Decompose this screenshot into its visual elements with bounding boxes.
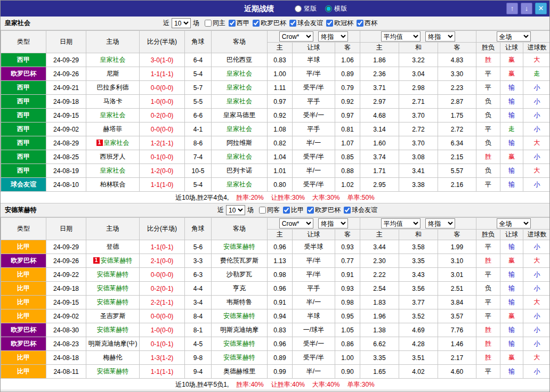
avg-draw-odds-cell: 3.77: [399, 296, 438, 309]
odds-source-select[interactable]: Crow*: [279, 31, 313, 42]
checkbox-input[interactable]: [283, 207, 290, 214]
handicap-away-odds-cell: 0.77: [335, 254, 360, 268]
league-cell: 西甲: [1, 81, 46, 95]
match-row: 比甲24-09-29登德1-1(0-1)5-6安德莱赫特0.96受半球0.933…: [1, 240, 550, 254]
match-row: 西甲24-09-29皇家社会3-0(1-0)6-4巴伦西亚0.83半球1.061…: [1, 53, 550, 67]
checkbox-input[interactable]: [289, 20, 296, 27]
checkbox-label: 比甲: [291, 206, 304, 215]
handicap-odds-group-header: Crow* 终指: [268, 218, 360, 230]
league-cell: 比甲: [1, 309, 46, 323]
near-label: 近: [217, 206, 224, 215]
handicap-away-odds-cell: 1.05: [335, 323, 360, 337]
close-button[interactable]: ✕: [535, 3, 547, 14]
league-cell: 西甲: [1, 95, 46, 109]
team-name-text: 皇家社会: [104, 139, 130, 146]
checkbox-input[interactable]: [253, 20, 260, 27]
move-up-button[interactable]: ↑: [506, 3, 518, 14]
radio-vertical[interactable]: 竖版: [295, 4, 317, 13]
handicap-result-cell: 输: [500, 164, 523, 178]
date-cell: 24-08-29: [46, 136, 86, 150]
avg-away-odds-cell: 3.10: [438, 254, 476, 268]
avg-odds-select[interactable]: 平均值: [381, 31, 420, 42]
home-team-cell: 安德莱赫特: [86, 268, 140, 282]
team-name-text: 马洛卡: [103, 97, 123, 105]
avg-home-odds-cell: 1.86: [360, 53, 399, 67]
full-match-select[interactable]: 全场: [497, 218, 531, 228]
team-name-text: 尼斯: [107, 70, 119, 77]
league-cell: 西甲: [1, 164, 46, 178]
games-unit-label: 场: [193, 19, 199, 28]
filter-bar: 近 10 场 同主西甲欧罗巴杯球会友谊欧冠杯西杯: [163, 18, 377, 28]
avg-odds-select[interactable]: 平均值: [381, 218, 420, 228]
subcol-handicap-result: 让球: [500, 230, 523, 240]
filter-checkbox-球会友谊[interactable]: 球会友谊: [344, 206, 377, 215]
goals-result-cell: 走: [523, 67, 550, 81]
avg-away-odds-cell: 7.76: [438, 323, 476, 337]
league-filter-checkboxes: 同客比甲欧罗巴杯球会友谊: [256, 206, 377, 215]
corner-cell: 5-7: [185, 81, 212, 95]
handicap-away-odds-cell: 1.00: [335, 351, 360, 365]
corner-cell: 3-4: [185, 296, 212, 309]
checkbox-input[interactable]: [307, 207, 314, 214]
team-name-text: 皇家社会: [100, 111, 126, 119]
radio-vertical-input[interactable]: [295, 5, 302, 12]
date-cell: 24-09-22: [46, 268, 86, 282]
match-row: 比甲24-09-15安德莱赫特2-2(1-1)3-4韦斯特鲁0.91半/一0.9…: [1, 296, 550, 309]
away-team-cell: 皇家社会: [212, 123, 268, 136]
home-team-cell: 西班牙人: [86, 150, 140, 164]
date-cell: 24-08-18: [46, 351, 86, 365]
checkbox-input[interactable]: [259, 207, 266, 214]
final-odds-select-2[interactable]: 终指: [425, 31, 455, 42]
date-cell: 24-09-26: [46, 254, 86, 268]
away-team-cell: 安德莱赫特: [212, 309, 268, 323]
away-team-cell: 奥德赫维里: [212, 365, 268, 379]
summary-stat: 单率:30%: [347, 381, 374, 388]
filter-checkbox-西甲[interactable]: 西甲: [229, 19, 249, 28]
page-title: 近期战绩: [1, 1, 517, 17]
summary-record: 近10场,胜2平4负4,: [175, 194, 229, 201]
filter-checkbox-欧罗巴杯[interactable]: 欧罗巴杯: [307, 206, 341, 215]
radio-horizontal[interactable]: 横版: [325, 4, 347, 13]
goals-result-cell: 大: [523, 136, 550, 150]
games-count-select[interactable]: 10: [172, 18, 191, 28]
goals-result-cell: 小: [523, 309, 550, 323]
final-odds-select-2[interactable]: 终指: [425, 218, 455, 228]
checkbox-input[interactable]: [205, 20, 212, 27]
filter-checkbox-同客[interactable]: 同客: [259, 206, 280, 215]
checkbox-input[interactable]: [357, 20, 363, 27]
games-count-select[interactable]: 10: [226, 205, 245, 215]
filter-checkbox-欧罗巴杯[interactable]: 欧罗巴杯: [253, 19, 286, 28]
subcol-handicap-line: 让球: [293, 230, 335, 240]
radio-horizontal-input[interactable]: [325, 5, 332, 12]
match-row: 欧罗巴杯24-09-26尼斯1-1(1-1)5-4皇家社会1.00平/半0.89…: [1, 67, 550, 81]
checkbox-input[interactable]: [326, 20, 333, 27]
summary-stats: 胜率:40%让胜率:40%大率:40%单率:30%: [229, 381, 374, 388]
col-score-header: 比分(半场): [140, 31, 185, 53]
odds-source-select[interactable]: Crow*: [279, 218, 313, 228]
final-odds-select[interactable]: 终指: [318, 218, 348, 228]
filter-checkbox-西杯[interactable]: 西杯: [357, 19, 377, 28]
checkbox-label: 西杯: [365, 19, 377, 28]
filter-checkbox-欧冠杯[interactable]: 欧冠杯: [326, 19, 353, 28]
filter-checkbox-同主[interactable]: 同主: [205, 19, 225, 28]
handicap-odds-group-header: Crow* 终指: [268, 31, 360, 43]
move-down-button[interactable]: ↓: [521, 3, 532, 14]
corner-cell: 8-1: [185, 323, 212, 337]
filter-checkbox-球会友谊[interactable]: 球会友谊: [289, 19, 323, 28]
handicap-line-cell: 半球: [293, 309, 335, 323]
handicap-away-odds-cell: 0.85: [335, 150, 360, 164]
team-name-text: 奥德赫维里: [223, 368, 255, 375]
filter-checkbox-比甲[interactable]: 比甲: [283, 206, 304, 215]
full-match-select[interactable]: 全场: [497, 31, 531, 42]
avg-draw-odds-cell: 3.41: [399, 164, 438, 178]
league-cell: 比甲: [1, 240, 46, 254]
checkbox-input[interactable]: [229, 20, 236, 27]
final-odds-select[interactable]: 终指: [318, 31, 348, 42]
corner-cell: 4-1: [185, 123, 212, 136]
match-result-cell: 平: [476, 178, 500, 192]
subcol-goals-result: 进球数: [523, 43, 550, 53]
team-name-text: 皇家社会: [227, 181, 252, 188]
handicap-line-cell: 受平/半: [293, 178, 335, 192]
match-row: 欧罗巴杯24-08-30安德莱赫特1-0(0-0)8-1明斯克迪纳摩0.83一/…: [1, 323, 550, 337]
checkbox-input[interactable]: [344, 207, 351, 214]
